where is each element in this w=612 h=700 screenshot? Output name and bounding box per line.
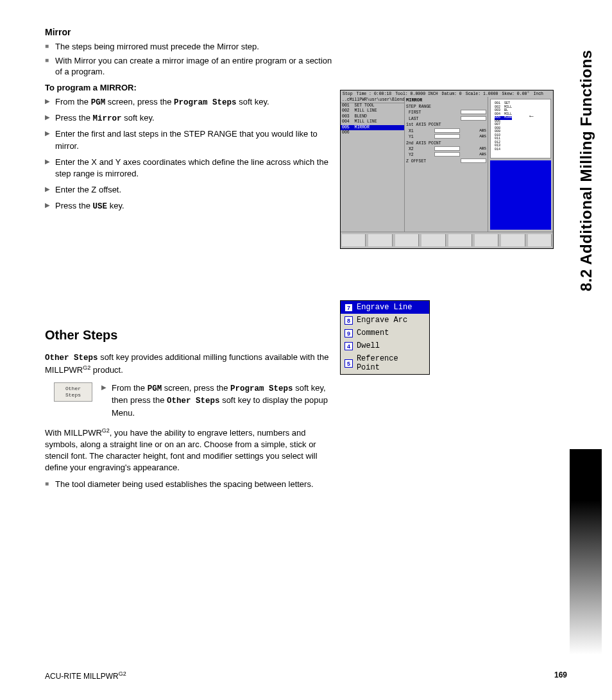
softkey-5[interactable] [448,234,472,246]
side-title-container: 8.2 Additional Milling Functions [574,19,593,289]
minimap-list: 001 SET002 MILL003 BL004 MILL005 MIRR006… [495,102,512,151]
text: screen, press the [162,383,230,393]
softkey-bar [341,232,553,248]
softkey-6[interactable] [475,234,498,246]
popup-item[interactable]: 4Dwell [341,339,429,352]
mirror-note-2: With Mirror you can create a mirror imag… [45,55,340,78]
pgm-key: PGM [148,384,162,393]
program-row[interactable]: 003 BLEND [341,114,404,119]
mirror-steps: From the PGM screen, press the Program S… [45,96,340,213]
arrow-left-icon: ← [529,112,534,120]
program-steps-key: Program Steps [230,384,293,393]
g2-sup: G2 [119,670,126,677]
status-skew: Skew: 0.00° [502,92,529,96]
popup-item-label: Comment [357,329,389,337]
graphics-view[interactable] [490,160,551,230]
text: screen, press the [105,97,174,107]
form-row[interactable]: X2ABS [406,146,486,152]
text: Press the [55,113,93,123]
section-title: 8.2 Additional Milling Functions [577,22,595,291]
form-row[interactable]: Y2ABS [406,152,486,158]
form-row[interactable]: LAST [406,116,486,122]
form-row[interactable]: Y1ABS [406,134,486,140]
text: ACU-RITE MILLPWR [45,672,119,681]
screenshot-statusbar: Stop Time : 0:00:18 Tool: 0.0000 INCH Da… [341,90,553,97]
program-path: ..cMillPWR\usr\user\Blend.mpt [341,97,404,103]
other-steps-intro: Other Steps soft key provides additional… [45,352,340,376]
to-program-mirror-heading: To program a MIRROR: [45,83,340,92]
text: soft key. [122,113,155,123]
text: With MILLPWR [45,429,102,438]
other-steps-key: Other Steps [167,397,220,405]
program-row[interactable]: 004 MILL LINE [341,119,404,124]
popup-item-label: Engrave Line [357,303,412,312]
thumb-index-bar [570,449,602,654]
step-minimap[interactable]: 001 SET002 MILL003 BL004 MILL005 MIRR006… [490,99,551,158]
mirror-note-1: The steps being mirrored must precede th… [45,41,340,53]
mirror-heading: Mirror [45,27,340,37]
text: Press the [55,201,93,210]
mirror-step-6: Press the USE key. [45,200,340,212]
other-steps-popup[interactable]: 7Engrave Line8Engrave Arc9Comment4Dwell5… [340,300,430,375]
form-row: STEP RANGE [406,104,486,110]
program-row[interactable]: 005 MIRROR [341,125,404,130]
other-steps-key: Other Steps [45,354,98,363]
softkey-3[interactable] [395,234,419,246]
engraving-para: With MILLPWRG2, you have the ability to … [45,427,340,474]
pgm-key: PGM [91,98,106,107]
popup-item-label: Reference Point [357,354,425,372]
popup-number-badge: 9 [344,329,353,337]
softkey-2[interactable] [368,234,392,246]
form-row[interactable]: FIRST [406,110,486,115]
softkey-4[interactable] [421,234,445,246]
preview-pane: 001 SET002 MILL003 BL004 MILL005 MIRR006… [488,97,553,232]
program-steps-key: Program Steps [174,98,237,107]
main-column: Mirror The steps being mirrored must pre… [45,27,340,490]
softkey-callout: Other Steps From the PGM screen, press t… [54,382,340,419]
mirror-step-1: From the PGM screen, press the Program S… [45,96,340,108]
popup-item[interactable]: 5Reference Point [341,352,429,374]
other-steps-softkey[interactable]: Other Steps [54,382,92,402]
engraving-note-1: The tool diameter being used establishes… [45,479,340,490]
mirror-key: Mirror [93,114,122,123]
program-step-list[interactable]: ..cMillPWR\usr\user\Blend.mpt 001 SET TO… [341,97,405,232]
popup-item[interactable]: 7Engrave Line [341,301,429,314]
form-row[interactable]: Z OFFSET [406,158,486,164]
popup-number-badge: 8 [344,316,353,325]
program-row[interactable]: 002 MILL LINE [341,108,404,114]
other-steps-heading: Other Steps [45,328,340,343]
status-scale: Scale: 1.0000 [466,92,498,96]
page-footer: ACU-RITE MILLPWRG2 169 [45,670,567,681]
page: 8.2 Additional Milling Functions Mirror … [0,0,612,700]
mirror-form[interactable]: MIRROR STEP RANGE FIRST LAST1st AXIS POI… [405,97,488,232]
text: product. [90,365,123,375]
text: soft key. [237,97,269,107]
status-time: Time : 0:00:18 [357,92,392,96]
program-row[interactable]: 006 [341,130,404,135]
footer-product: ACU-RITE MILLPWRG2 [45,670,126,681]
mirror-step-2: Press the Mirror soft key. [45,112,340,124]
softkey-7[interactable] [501,234,525,246]
use-key: USE [93,202,108,211]
popup-item[interactable]: 9Comment [341,327,429,339]
status-tool: Tool: 0.0000 INCH [395,92,438,96]
softkey-desc: From the PGM screen, press the Program S… [101,382,340,419]
softkey-8[interactable] [528,234,552,246]
popup-item[interactable]: 8Engrave Arc [341,314,429,327]
program-row[interactable]: 001 SET TOOL [341,103,404,108]
engraving-notes: The tool diameter being used establishes… [45,479,340,490]
page-number: 169 [554,670,567,681]
text: key. [107,201,124,210]
popup-number-badge: 4 [344,342,353,350]
form-row: 1st AXIS POINT [406,122,486,128]
status-unit: Inch [533,92,543,96]
mirror-step-5: Enter the Z offset. [45,184,340,196]
softkey-1[interactable] [342,234,366,246]
form-row[interactable]: X1ABS [406,128,486,134]
g2-sup: G2 [102,427,110,434]
mirror-screenshot: Stop Time : 0:00:18 Tool: 0.0000 INCH Da… [340,90,554,249]
form-row: 2nd AXIS POINT [406,141,486,146]
mirror-step-3: Enter the first and last steps in the ST… [45,128,340,153]
softkey-instruction: From the PGM screen, press the Program S… [101,382,340,419]
popup-item-label: Engrave Arc [357,316,407,325]
